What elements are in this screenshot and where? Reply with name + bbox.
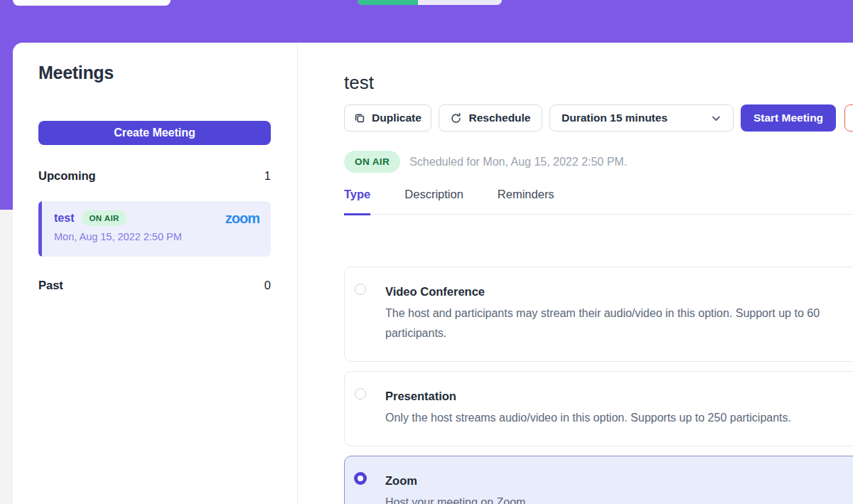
- meeting-title: test: [344, 72, 374, 94]
- duration-value: Duration 15 minutes: [562, 112, 667, 124]
- radio-unchecked-icon[interactable]: [355, 388, 366, 400]
- duration-select[interactable]: Duration 15 minutes: [549, 104, 734, 132]
- topbar-partial-pill[interactable]: [13, 0, 171, 6]
- danger-button-partial[interactable]: [844, 104, 853, 132]
- meeting-status-row: ON AIR Scheduled for Mon, Aug 15, 2022 2…: [344, 151, 627, 173]
- progress-bar: [358, 0, 502, 5]
- option-title: Zoom: [385, 474, 852, 488]
- on-air-badge-main: ON AIR: [344, 151, 400, 173]
- start-meeting-button[interactable]: Start Meeting: [741, 104, 836, 132]
- option-description: Only the host streams audio/video in thi…: [385, 408, 852, 428]
- option-zoom[interactable]: Zoom Host your meeting on Zoom: [344, 456, 853, 504]
- progress-bar-fill: [358, 0, 418, 5]
- sidebar-section-upcoming[interactable]: Upcoming 1: [38, 169, 271, 183]
- tab-type[interactable]: Type: [344, 188, 370, 215]
- content-card: Meetings Create Meeting Upcoming 1 test …: [13, 43, 853, 504]
- option-title: Presentation: [385, 390, 852, 403]
- past-label: Past: [38, 279, 63, 292]
- meeting-item-accent-bar: [38, 201, 42, 257]
- on-air-badge: ON AIR: [82, 210, 126, 226]
- option-description: The host and participants may stream the…: [385, 304, 852, 343]
- past-count: 0: [264, 279, 271, 292]
- duplicate-label: Duplicate: [372, 112, 422, 124]
- chevron-down-icon: [711, 113, 721, 124]
- sidebar-divider: [297, 43, 298, 504]
- option-video-conference[interactable]: Video Conference The host and participan…: [344, 267, 853, 362]
- option-presentation[interactable]: Presentation Only the host streams audio…: [344, 371, 853, 446]
- page-title: Meetings: [38, 63, 114, 83]
- create-meeting-button[interactable]: Create Meeting: [38, 121, 271, 145]
- meeting-list-item[interactable]: test ON AIR zoom Mon, Aug 15, 2022 2:50 …: [38, 201, 271, 257]
- tab-description[interactable]: Description: [404, 188, 463, 215]
- option-title: Video Conference: [385, 285, 852, 299]
- reschedule-button[interactable]: Reschedule: [439, 104, 542, 132]
- zoom-logo: zoom: [225, 211, 259, 225]
- radio-checked-icon[interactable]: [354, 472, 367, 485]
- refresh-icon: [450, 112, 462, 124]
- meeting-type-options: Video Conference The host and participan…: [344, 267, 853, 504]
- meeting-name: test: [54, 212, 74, 225]
- meeting-datetime: Mon, Aug 15, 2022 2:50 PM: [54, 231, 259, 242]
- sidebar-section-past[interactable]: Past 0: [38, 279, 271, 292]
- duplicate-button[interactable]: Duplicate: [344, 104, 431, 132]
- radio-unchecked-icon[interactable]: [355, 284, 366, 295]
- upcoming-label: Upcoming: [38, 169, 96, 183]
- meeting-toolbar: Duplicate Reschedule Duration 15 minutes: [344, 104, 853, 132]
- reschedule-label: Reschedule: [468, 112, 530, 124]
- upcoming-count: 1: [264, 169, 271, 183]
- option-description: Host your meeting on Zoom: [385, 493, 852, 504]
- scheduled-text: Scheduled for Mon, Aug 15, 2022 2:50 PM.: [409, 156, 627, 168]
- meeting-tabs: Type Description Reminders: [344, 188, 853, 215]
- app-window: Meetings Create Meeting Upcoming 1 test …: [0, 0, 853, 504]
- copy-icon: [354, 112, 365, 124]
- tab-reminders[interactable]: Reminders: [498, 188, 554, 215]
